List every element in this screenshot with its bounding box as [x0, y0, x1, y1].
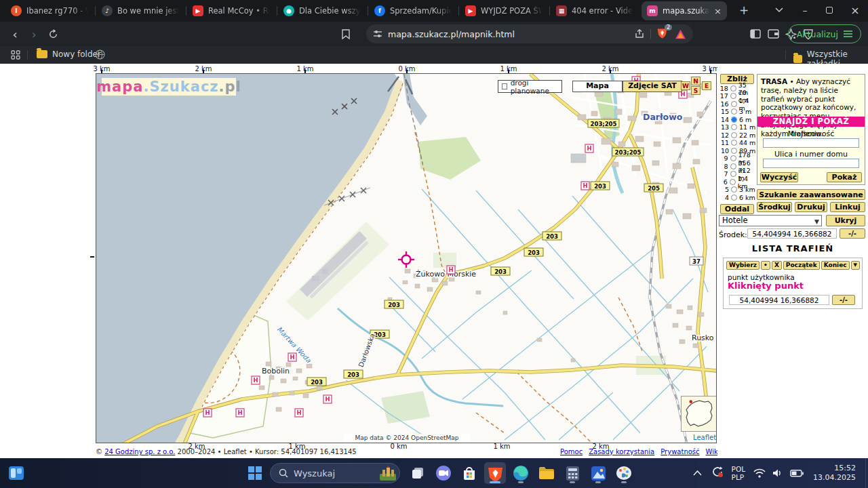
center-coords-label: Środek: — [719, 230, 747, 239]
tab-1[interactable]: I Ibanez rg770 - Vendi — [5, 1, 94, 20]
zoom-level-12[interactable]: 1222 m — [719, 131, 757, 139]
brave-app-icon[interactable] — [484, 462, 506, 484]
calculator-app-icon[interactable] — [561, 462, 583, 484]
zoom-level-5[interactable]: 53 km — [719, 186, 757, 193]
zoom-out-button[interactable]: Oddal — [720, 204, 754, 214]
store-app-icon[interactable] — [458, 462, 480, 484]
pan-north-button[interactable]: N — [691, 77, 701, 85]
reload-icon[interactable] — [43, 24, 62, 43]
bookmarks-bar: Nowy folder Wszystkie zakładki — [0, 46, 868, 64]
street-input[interactable] — [763, 159, 859, 168]
show-desktop-button[interactable] — [865, 458, 868, 488]
hit-remove-button[interactable]: X — [772, 261, 782, 270]
clock[interactable]: 15:52 13.04.2025 — [813, 464, 856, 483]
map-mode-button[interactable]: Mapa — [572, 81, 623, 92]
sync-icon[interactable] — [711, 466, 724, 481]
paint-app-icon[interactable] — [613, 462, 635, 484]
center-coords-value[interactable]: 54,404994 16,366882 — [747, 228, 837, 239]
show-button[interactable]: Pokaż — [827, 172, 862, 182]
taskbar-search[interactable]: Wyszukaj — [270, 463, 400, 483]
close-window-button[interactable]: × — [844, 0, 867, 20]
poland-inset-map[interactable] — [681, 396, 717, 432]
tab-5[interactable]: f Sprzedam/Kupię dzia — [369, 1, 457, 20]
sidebar-panel-icon[interactable] — [750, 29, 761, 39]
layer-select[interactable]: Hotele ▼ — [719, 215, 822, 226]
tab-4[interactable]: ● Dla Ciebie wszystko — [278, 1, 366, 20]
file-explorer-icon[interactable] — [536, 462, 557, 484]
hit-route-end-button[interactable]: Koniec — [821, 261, 850, 270]
brave-rewards-icon[interactable] — [675, 29, 686, 39]
apps-grid-icon[interactable] — [11, 50, 20, 60]
back-icon[interactable]: ‹ — [5, 24, 24, 43]
youtube-favicon: ▶ — [465, 5, 476, 16]
hit-coords-value[interactable]: 54,404994 16,366882 — [729, 295, 829, 305]
planned-roads-control[interactable]: drogi planowane — [498, 80, 562, 93]
task-view-button[interactable] — [407, 462, 429, 484]
bookmark-icon[interactable] — [336, 24, 355, 43]
zoom-level-4[interactable]: 46 km — [719, 194, 757, 201]
tab-close-icon[interactable]: × — [714, 6, 722, 16]
battery-icon[interactable] — [790, 470, 804, 477]
tab-2[interactable]: ♪ Bo we mnie jest seks — [96, 1, 184, 20]
brave-shield-icon[interactable]: 2 — [656, 27, 668, 41]
tab-7[interactable]: ▦ 404 error - Vider.info — [551, 1, 639, 20]
zoom-level-14[interactable]: 146 m — [719, 116, 757, 123]
update-button[interactable]: Aktualizuj — [788, 24, 861, 43]
wallet-icon[interactable] — [768, 29, 779, 39]
zoom-level-16[interactable]: 161,4 m — [719, 100, 757, 108]
minimize-button[interactable]: – — [793, 0, 816, 20]
link-prywatnosc[interactable]: Prywatność — [660, 448, 699, 455]
site-settings-icon[interactable] — [373, 30, 382, 38]
print-button[interactable]: Drukuj — [795, 202, 827, 212]
time: 15:52 — [813, 464, 856, 473]
pan-west-button[interactable]: W — [681, 81, 690, 90]
leaflet-link[interactable]: Leaflet — [693, 434, 716, 441]
widgets-button[interactable] — [5, 462, 27, 484]
volume-icon[interactable] — [772, 468, 783, 478]
edge-app-icon[interactable] — [510, 462, 532, 484]
forward-icon[interactable]: › — [24, 24, 43, 43]
city-input[interactable] — [763, 138, 859, 148]
sat-mode-button[interactable]: Zdjęcie SAT — [623, 81, 682, 92]
share-icon[interactable] — [635, 29, 645, 39]
zoom-level-15[interactable]: 153 m — [719, 108, 757, 115]
search-highlight-image[interactable] — [380, 466, 396, 481]
zoom-level-11[interactable]: 1144 m — [719, 139, 757, 146]
zoom-level-6[interactable]: 61,4 km — [719, 178, 757, 186]
link-button[interactable]: Linkuj — [830, 202, 865, 212]
pan-south-button[interactable]: S — [691, 86, 701, 95]
planned-roads-checkbox[interactable] — [502, 83, 507, 89]
maximize-button[interactable] — [818, 0, 841, 20]
search-tabs-icon[interactable] — [768, 0, 791, 20]
link-zasady[interactable]: Zasady korzystania — [589, 448, 654, 455]
advanced-search-button[interactable]: Szukanie zaawansowane — [757, 189, 865, 200]
tab-active-mapa[interactable]: m mapa.szukacz.pl × — [642, 1, 727, 20]
coords-format-button[interactable]: -/- — [840, 228, 865, 239]
map-canvas[interactable]: 203;205 203;205 205 203 203 203 203 203 … — [96, 73, 717, 443]
photos-app-icon[interactable] — [587, 462, 609, 484]
hit-select-button[interactable]: Wybierz — [726, 261, 760, 270]
hit-route-start-button[interactable]: Początek — [783, 261, 820, 270]
clear-button[interactable]: Wyczyść — [760, 172, 798, 182]
wifi-icon[interactable] — [753, 468, 766, 478]
hit-coords-format-button[interactable]: -/- — [832, 295, 855, 305]
language-indicator[interactable]: POL PLP — [732, 465, 745, 481]
tab-6[interactable]: ▶ WYJDŹ POZA ŚWIAT — [460, 1, 548, 20]
hit-more-button[interactable]: ▼ — [851, 261, 860, 270]
hide-button[interactable]: Ukryj — [826, 215, 865, 226]
globe-bookmark-icon[interactable] — [95, 49, 105, 60]
link-pomoc[interactable]: Pomoc — [560, 448, 583, 455]
zoom-level-13[interactable]: 1311 m — [719, 123, 757, 131]
pan-east-button[interactable]: E — [702, 81, 711, 90]
address-bar[interactable]: mapa.szukacz.pl/mapnik.html 2 — [366, 24, 693, 43]
start-button[interactable] — [244, 462, 266, 484]
bookmark-folder-new[interactable]: Nowy folder — [37, 49, 101, 59]
new-tab-button[interactable]: + — [732, 0, 755, 20]
hit-dot-button[interactable]: • — [761, 261, 770, 270]
radio-icon — [731, 186, 737, 192]
chat-app-icon[interactable] — [433, 462, 454, 484]
company-link[interactable]: 24 Godziny sp. z o.o. — [104, 448, 175, 455]
tab-3[interactable]: ▶ Real McCoy • Run Aw — [187, 1, 275, 20]
center-button[interactable]: Środkuj — [757, 202, 792, 212]
tray-chevron-up-icon[interactable] — [693, 470, 702, 476]
